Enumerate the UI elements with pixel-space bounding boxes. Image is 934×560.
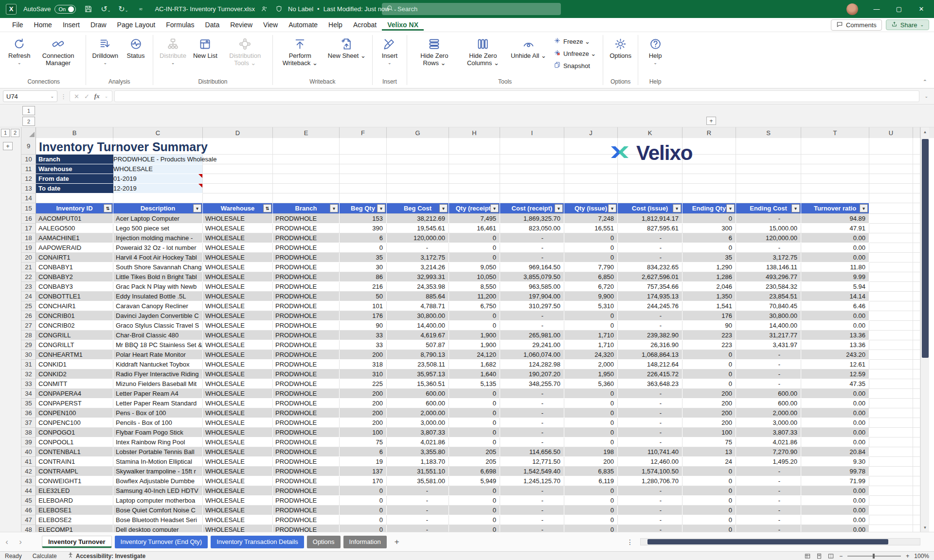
sheet-tab-inventory-transaction-details[interactable]: Inventory Transaction Details bbox=[211, 536, 304, 548]
row-header-23[interactable]: 23 bbox=[21, 282, 36, 292]
grid-cell[interactable]: 12,771.50 bbox=[500, 457, 564, 467]
grid-cell[interactable]: 0 bbox=[340, 515, 387, 525]
row-header-13[interactable]: 13 bbox=[21, 184, 36, 193]
grid-cell[interactable]: WHOLESALE bbox=[203, 408, 273, 418]
grid-cell[interactable]: 9.30 bbox=[801, 457, 869, 467]
grid-cell[interactable]: 14,400.00 bbox=[736, 321, 801, 331]
grid-cell[interactable]: 827,595.61 bbox=[618, 224, 683, 233]
grid-cell[interactable] bbox=[869, 214, 913, 224]
grid-cell[interactable] bbox=[869, 447, 913, 457]
grid-cell[interactable]: 1,183.70 bbox=[387, 457, 449, 467]
grid-cell[interactable]: - bbox=[618, 399, 683, 408]
grid-cell[interactable]: 5.94 bbox=[801, 282, 869, 292]
grid-cell[interactable]: 16,461 bbox=[449, 224, 500, 233]
row-header-33[interactable]: 33 bbox=[21, 379, 36, 389]
grid-cell[interactable]: 4,021.86 bbox=[387, 438, 449, 447]
table-header-description[interactable]: Description▾ bbox=[113, 203, 203, 214]
grid-cell[interactable] bbox=[500, 155, 564, 164]
grid-cell[interactable]: Lego 500 piece set bbox=[113, 224, 203, 233]
grid-cell[interactable]: 0.00 bbox=[801, 428, 869, 438]
grid-cell[interactable]: WHOLESALE bbox=[203, 467, 273, 476]
grid-cell[interactable]: 0 bbox=[449, 233, 500, 243]
grid-cell[interactable]: 170 bbox=[340, 476, 387, 486]
grid-cell[interactable]: CONGRILLT bbox=[36, 340, 113, 350]
grid-cell[interactable]: 13.36 bbox=[801, 340, 869, 350]
expand-hidden-rows-button[interactable]: + bbox=[3, 142, 13, 150]
grid-cell[interactable]: 7,270.90 bbox=[736, 447, 801, 457]
grid-cell[interactable]: 0 bbox=[564, 486, 618, 496]
table-header-ending-qty[interactable]: Ending Qty▾ bbox=[683, 203, 736, 214]
grid-cell[interactable]: PRODWHOLE bbox=[273, 331, 340, 340]
row-header-32[interactable]: 32 bbox=[21, 369, 36, 379]
grid-cell[interactable] bbox=[869, 379, 913, 389]
grid-cell[interactable]: 12.59 bbox=[801, 369, 869, 379]
grid-cell[interactable]: - bbox=[500, 243, 564, 253]
grid-cell[interactable]: PRODWHOLE bbox=[273, 321, 340, 331]
grid-cell[interactable]: 0 bbox=[564, 243, 618, 253]
grid-cell[interactable]: Pencils - Box of 100 bbox=[113, 418, 203, 428]
grid-cell[interactable]: 0.00 bbox=[801, 506, 869, 515]
column-header-D[interactable]: D bbox=[203, 127, 273, 138]
grid-cell[interactable]: PRODWHOLE bbox=[273, 350, 340, 360]
grid-cell[interactable]: Bowflex Adjustable Dumbbe bbox=[113, 476, 203, 486]
grid-cell[interactable]: 197,904.00 bbox=[500, 292, 564, 301]
grid-cell[interactable]: 24,120 bbox=[449, 350, 500, 360]
grid-cell[interactable]: 7,248 bbox=[564, 214, 618, 224]
filter-button-branch[interactable]: ▾ bbox=[330, 204, 338, 212]
grid-cell[interactable]: 0 bbox=[564, 389, 618, 399]
grid-cell[interactable]: PRODWHOLE bbox=[273, 282, 340, 292]
page-break-view-icon[interactable] bbox=[827, 553, 834, 560]
grid-cell[interactable]: 38,212.69 bbox=[387, 214, 449, 224]
grid-cell[interactable]: 0 bbox=[340, 486, 387, 496]
grid-cell[interactable]: - bbox=[387, 515, 449, 525]
grid-cell[interactable] bbox=[340, 164, 387, 174]
grid-cell[interactable]: 0 bbox=[449, 253, 500, 262]
menu-tab-velixo-nx[interactable]: Velixo NX bbox=[382, 19, 424, 31]
grid-cell[interactable] bbox=[564, 193, 618, 203]
grid-cell[interactable]: CONTRAMPL bbox=[36, 467, 113, 476]
grid-cell[interactable]: - bbox=[500, 321, 564, 331]
grid-cell[interactable] bbox=[683, 174, 736, 184]
grid-cell[interactable]: - bbox=[618, 243, 683, 253]
grid-cell[interactable] bbox=[869, 340, 913, 350]
grid-cell[interactable] bbox=[500, 193, 564, 203]
column-header-E[interactable]: E bbox=[273, 127, 340, 138]
grid-cell[interactable] bbox=[449, 155, 500, 164]
grid-cell[interactable]: PRODWHOLE bbox=[273, 389, 340, 399]
formula-bar-divider[interactable]: ⋮ bbox=[59, 93, 68, 100]
grid-cell[interactable]: 1,245,125.70 bbox=[500, 476, 564, 486]
menu-tab-formulas[interactable]: Formulas bbox=[161, 19, 199, 31]
grid-cell[interactable]: 1,869,325.70 bbox=[500, 214, 564, 224]
grid-cell[interactable]: 30 bbox=[340, 262, 387, 272]
status-calculate[interactable]: Calculate bbox=[33, 553, 57, 560]
menu-tab-file[interactable]: File bbox=[7, 19, 29, 31]
grid-cell[interactable]: PRODWHOLE bbox=[273, 360, 340, 369]
grid-cell[interactable]: WHOLESALE bbox=[203, 418, 273, 428]
grid-cell[interactable]: WHOLESALE bbox=[203, 525, 273, 532]
grid-cell[interactable]: Polar Heart Rate Monitor bbox=[113, 350, 203, 360]
grid-cell[interactable]: 0 bbox=[683, 350, 736, 360]
grid-cell[interactable]: PRODWHOLE bbox=[273, 496, 340, 506]
row-header-22[interactable]: 22 bbox=[21, 272, 36, 282]
grid-cell[interactable]: - bbox=[387, 496, 449, 506]
grid-cell[interactable] bbox=[869, 457, 913, 467]
grid-cell[interactable]: 0 bbox=[340, 243, 387, 253]
grid-cell[interactable]: 3,172.75 bbox=[736, 253, 801, 262]
grid-cell[interactable]: 1,280,706.70 bbox=[618, 476, 683, 486]
grid-cell[interactable]: - bbox=[736, 486, 801, 496]
grid-cell[interactable]: WHOLESALE bbox=[203, 447, 273, 457]
grid-cell[interactable] bbox=[340, 174, 387, 184]
grid-cell[interactable]: CONCRIB01 bbox=[36, 311, 113, 321]
column-header-U[interactable]: U bbox=[869, 127, 913, 138]
grid-cell[interactable]: 0 bbox=[683, 467, 736, 476]
grid-cell[interactable]: 0 bbox=[340, 496, 387, 506]
grid-cell[interactable]: 0 bbox=[564, 496, 618, 506]
grid-cell[interactable]: PRODWHOLE bbox=[273, 408, 340, 418]
grid-cell[interactable]: - bbox=[618, 515, 683, 525]
grid-cell[interactable]: 363,648.23 bbox=[618, 379, 683, 389]
row-header-18[interactable]: 18 bbox=[21, 233, 36, 243]
row-header-10[interactable]: 10 bbox=[21, 155, 36, 164]
grid-cell[interactable] bbox=[869, 496, 913, 506]
column-header-C[interactable]: C bbox=[113, 127, 203, 138]
grid-cell[interactable]: 823,050.00 bbox=[500, 224, 564, 233]
